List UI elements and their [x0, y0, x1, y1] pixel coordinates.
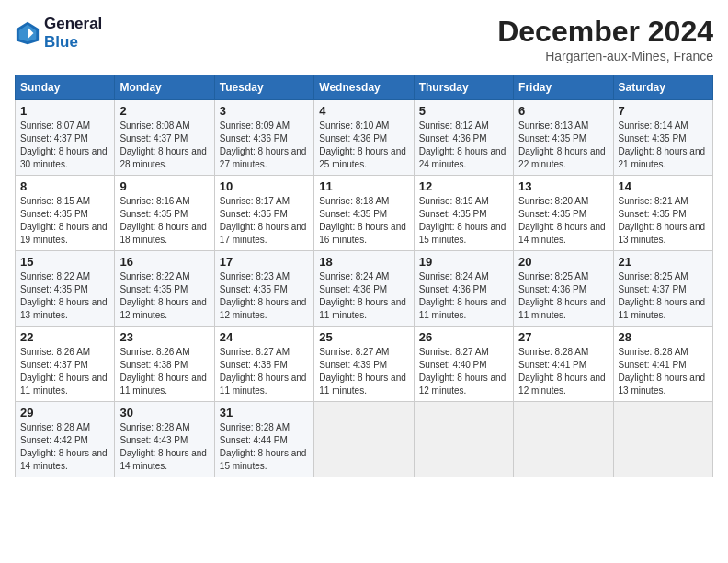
calendar-day-cell: 31Sunrise: 8:28 AMSunset: 4:44 PMDayligh…: [214, 402, 313, 477]
calendar-day-cell: 17Sunrise: 8:23 AMSunset: 4:35 PMDayligh…: [214, 251, 313, 327]
calendar-week-row: 15Sunrise: 8:22 AMSunset: 4:35 PMDayligh…: [16, 251, 713, 327]
calendar-day-cell: 4Sunrise: 8:10 AMSunset: 4:36 PMDaylight…: [314, 100, 414, 176]
day-info: Sunrise: 8:22 AMSunset: 4:35 PMDaylight:…: [20, 270, 109, 322]
title-block: December 2024 Hargarten-aux-Mines, Franc…: [497, 15, 713, 63]
weekday-header-cell: Monday: [115, 75, 214, 100]
calendar-day-cell: 16Sunrise: 8:22 AMSunset: 4:35 PMDayligh…: [115, 251, 214, 327]
weekday-header-cell: Thursday: [414, 75, 513, 100]
calendar-day-cell: 2Sunrise: 8:08 AMSunset: 4:37 PMDaylight…: [115, 100, 214, 176]
day-info: Sunrise: 8:28 AMSunset: 4:41 PMDaylight:…: [518, 346, 608, 397]
weekday-header-cell: Saturday: [613, 75, 712, 100]
day-number: 31: [220, 406, 309, 419]
day-info: Sunrise: 8:14 AMSunset: 4:35 PMDaylight:…: [619, 120, 708, 171]
day-info: Sunrise: 8:28 AMSunset: 4:41 PMDaylight:…: [619, 346, 708, 397]
day-info: Sunrise: 8:28 AMSunset: 4:43 PMDaylight:…: [119, 421, 209, 473]
calendar-day-cell: 8Sunrise: 8:15 AMSunset: 4:35 PMDaylight…: [16, 176, 115, 251]
calendar-day-cell: 21Sunrise: 8:25 AMSunset: 4:37 PMDayligh…: [613, 251, 712, 327]
day-info: Sunrise: 8:07 AMSunset: 4:37 PMDaylight:…: [20, 120, 109, 171]
logo: General Blue: [15, 15, 102, 51]
day-number: 24: [220, 330, 309, 344]
calendar-table: SundayMondayTuesdayWednesdayThursdayFrid…: [15, 75, 713, 477]
day-number: 1: [20, 104, 109, 118]
day-info: Sunrise: 8:15 AMSunset: 4:35 PMDaylight:…: [20, 195, 109, 247]
page-header: General Blue December 2024 Hargarten-aux…: [15, 15, 713, 63]
weekday-header-cell: Sunday: [16, 75, 115, 100]
calendar-day-cell: 28Sunrise: 8:28 AMSunset: 4:41 PMDayligh…: [613, 327, 712, 402]
day-number: 26: [419, 330, 508, 344]
calendar-day-cell: [613, 402, 712, 477]
logo-icon: [15, 20, 40, 46]
calendar-week-row: 29Sunrise: 8:28 AMSunset: 4:42 PMDayligh…: [16, 402, 713, 477]
day-info: Sunrise: 8:08 AMSunset: 4:37 PMDaylight:…: [119, 120, 209, 171]
day-number: 11: [319, 179, 408, 193]
day-info: Sunrise: 8:22 AMSunset: 4:35 PMDaylight:…: [119, 270, 209, 322]
calendar-day-cell: 18Sunrise: 8:24 AMSunset: 4:36 PMDayligh…: [314, 251, 414, 327]
day-number: 25: [319, 330, 408, 344]
calendar-day-cell: 14Sunrise: 8:21 AMSunset: 4:35 PMDayligh…: [613, 176, 712, 251]
day-number: 10: [220, 179, 309, 193]
weekday-header-cell: Wednesday: [314, 75, 414, 100]
day-number: 15: [20, 255, 109, 269]
day-info: Sunrise: 8:24 AMSunset: 4:36 PMDaylight:…: [419, 270, 508, 322]
calendar-day-cell: 25Sunrise: 8:27 AMSunset: 4:39 PMDayligh…: [314, 327, 414, 402]
day-number: 3: [220, 104, 309, 118]
day-number: 7: [619, 104, 708, 118]
calendar-week-row: 22Sunrise: 8:26 AMSunset: 4:37 PMDayligh…: [16, 327, 713, 402]
calendar-body: 1Sunrise: 8:07 AMSunset: 4:37 PMDaylight…: [16, 100, 713, 477]
calendar-day-cell: 26Sunrise: 8:27 AMSunset: 4:40 PMDayligh…: [414, 327, 513, 402]
day-info: Sunrise: 8:27 AMSunset: 4:40 PMDaylight:…: [419, 346, 508, 397]
day-number: 6: [518, 104, 608, 118]
calendar-day-cell: [514, 402, 613, 477]
calendar-day-cell: 13Sunrise: 8:20 AMSunset: 4:35 PMDayligh…: [514, 176, 613, 251]
day-info: Sunrise: 8:10 AMSunset: 4:36 PMDaylight:…: [319, 120, 408, 171]
month-title: December 2024: [497, 15, 713, 49]
day-number: 9: [119, 179, 209, 193]
calendar-day-cell: 1Sunrise: 8:07 AMSunset: 4:37 PMDaylight…: [16, 100, 115, 176]
day-info: Sunrise: 8:25 AMSunset: 4:36 PMDaylight:…: [518, 270, 608, 322]
day-number: 18: [319, 255, 408, 269]
day-info: Sunrise: 8:26 AMSunset: 4:38 PMDaylight:…: [119, 346, 209, 397]
calendar-day-cell: 24Sunrise: 8:27 AMSunset: 4:38 PMDayligh…: [214, 327, 313, 402]
logo-text: General Blue: [44, 15, 102, 51]
day-number: 22: [20, 330, 109, 344]
calendar-day-cell: 11Sunrise: 8:18 AMSunset: 4:35 PMDayligh…: [314, 176, 414, 251]
day-info: Sunrise: 8:17 AMSunset: 4:35 PMDaylight:…: [220, 195, 309, 247]
calendar-day-cell: 22Sunrise: 8:26 AMSunset: 4:37 PMDayligh…: [16, 327, 115, 402]
day-info: Sunrise: 8:28 AMSunset: 4:44 PMDaylight:…: [220, 421, 309, 473]
day-info: Sunrise: 8:23 AMSunset: 4:35 PMDaylight:…: [220, 270, 309, 322]
day-number: 5: [419, 104, 508, 118]
weekday-header-row: SundayMondayTuesdayWednesdayThursdayFrid…: [16, 75, 713, 100]
day-number: 29: [20, 406, 109, 419]
calendar-day-cell: 23Sunrise: 8:26 AMSunset: 4:38 PMDayligh…: [115, 327, 214, 402]
calendar-day-cell: 10Sunrise: 8:17 AMSunset: 4:35 PMDayligh…: [214, 176, 313, 251]
weekday-header-cell: Tuesday: [214, 75, 313, 100]
calendar-day-cell: 3Sunrise: 8:09 AMSunset: 4:36 PMDaylight…: [214, 100, 313, 176]
calendar-day-cell: 29Sunrise: 8:28 AMSunset: 4:42 PMDayligh…: [16, 402, 115, 477]
day-number: 2: [119, 104, 209, 118]
day-info: Sunrise: 8:28 AMSunset: 4:42 PMDaylight:…: [20, 421, 109, 473]
day-info: Sunrise: 8:20 AMSunset: 4:35 PMDaylight:…: [518, 195, 608, 247]
day-info: Sunrise: 8:21 AMSunset: 4:35 PMDaylight:…: [619, 195, 708, 247]
day-number: 19: [419, 255, 508, 269]
calendar-day-cell: 19Sunrise: 8:24 AMSunset: 4:36 PMDayligh…: [414, 251, 513, 327]
day-number: 13: [518, 179, 608, 193]
day-info: Sunrise: 8:12 AMSunset: 4:36 PMDaylight:…: [419, 120, 508, 171]
day-number: 21: [619, 255, 708, 269]
calendar-week-row: 1Sunrise: 8:07 AMSunset: 4:37 PMDaylight…: [16, 100, 713, 176]
weekday-header-cell: Friday: [514, 75, 613, 100]
day-info: Sunrise: 8:26 AMSunset: 4:37 PMDaylight:…: [20, 346, 109, 397]
calendar-day-cell: 30Sunrise: 8:28 AMSunset: 4:43 PMDayligh…: [115, 402, 214, 477]
calendar-day-cell: [314, 402, 414, 477]
day-number: 4: [319, 104, 408, 118]
day-info: Sunrise: 8:24 AMSunset: 4:36 PMDaylight:…: [319, 270, 408, 322]
day-number: 8: [20, 179, 109, 193]
day-number: 16: [119, 255, 209, 269]
day-number: 28: [619, 330, 708, 344]
day-number: 23: [119, 330, 209, 344]
calendar-day-cell: 15Sunrise: 8:22 AMSunset: 4:35 PMDayligh…: [16, 251, 115, 327]
day-info: Sunrise: 8:13 AMSunset: 4:35 PMDaylight:…: [518, 120, 608, 171]
calendar-day-cell: 9Sunrise: 8:16 AMSunset: 4:35 PMDaylight…: [115, 176, 214, 251]
day-info: Sunrise: 8:25 AMSunset: 4:37 PMDaylight:…: [619, 270, 708, 322]
calendar-day-cell: [414, 402, 513, 477]
day-info: Sunrise: 8:19 AMSunset: 4:35 PMDaylight:…: [419, 195, 508, 247]
